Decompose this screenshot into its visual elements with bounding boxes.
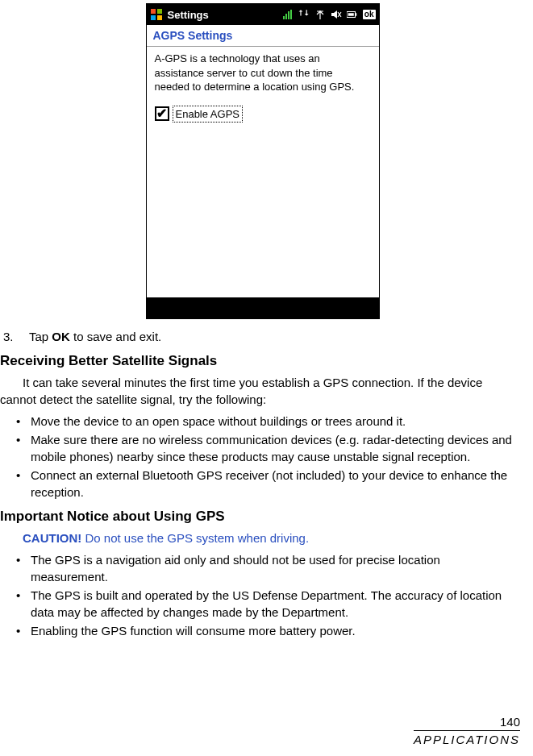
enable-agps-checkbox[interactable]: ✔ Enable AGPS: [155, 106, 371, 123]
svg-rect-9: [355, 13, 356, 16]
device-screenshot: Settings ok AGPS Settings A-GPS is a tec…: [146, 3, 380, 319]
step-text-pre: Tap: [29, 330, 52, 343]
list-item: The GPS is a navigation aid only and sho…: [16, 551, 514, 585]
section1-intro: It can take several minutes the first ti…: [0, 374, 514, 408]
svg-rect-2: [151, 15, 156, 20]
battery-icon: [347, 9, 358, 20]
svg-rect-3: [157, 15, 162, 20]
svg-rect-6: [288, 11, 289, 19]
step-text-post: to save and exit.: [70, 330, 161, 343]
list-item: Connect an external Bluetooth GPS receiv…: [16, 467, 514, 501]
svg-rect-10: [348, 13, 354, 16]
svg-rect-4: [283, 16, 285, 19]
heading-receiving-signals: Receiving Better Satellite Signals: [0, 353, 514, 369]
agps-settings-header: AGPS Settings: [147, 25, 379, 47]
step-text: Tap OK to save and exit.: [29, 329, 514, 345]
step-number: 3.: [0, 329, 29, 345]
antenna-icon: [314, 9, 326, 20]
list-item: Enabling the GPS function will consume m…: [16, 622, 514, 639]
step-3: 3. Tap OK to save and exit.: [0, 329, 514, 345]
windows-flag-icon: [150, 8, 163, 21]
caution-notice: CAUTION! Do not use the GPS system when …: [23, 531, 514, 545]
caution-label: CAUTION!: [23, 531, 81, 545]
footer-section-label: Applications: [414, 733, 520, 746]
statusbar-title: Settings: [168, 9, 209, 21]
heading-important-notice: Important Notice about Using GPS: [0, 509, 514, 525]
checkbox-label: Enable AGPS: [173, 106, 244, 123]
section1-bullets: Move the device to an open space without…: [0, 413, 514, 501]
signal-bars-icon: [282, 9, 294, 20]
page-footer: 140 Applications: [414, 715, 520, 746]
agps-description: A-GPS is a technology that uses an assis…: [155, 52, 371, 94]
svg-rect-7: [290, 10, 292, 19]
caution-text: Do not use the GPS system when driving.: [81, 531, 309, 545]
list-item: Make sure there are no wireless communic…: [16, 431, 514, 465]
device-bottombar: [147, 297, 379, 318]
svg-rect-1: [157, 9, 162, 14]
page-number: 140: [414, 715, 520, 731]
device-body: A-GPS is a technology that uses an assis…: [147, 47, 379, 127]
statusbar-icons: ok: [282, 9, 377, 20]
checkbox-check-icon: ✔: [155, 106, 169, 121]
svg-rect-5: [285, 14, 287, 19]
list-item: Move the device to an open space without…: [16, 413, 514, 430]
svg-rect-0: [151, 9, 156, 14]
network-arrows-icon: [298, 9, 310, 20]
section2-bullets: The GPS is a navigation aid only and sho…: [0, 551, 514, 639]
device-statusbar: Settings ok: [147, 4, 379, 25]
list-item: The GPS is built and operated by the US …: [16, 587, 514, 621]
step-text-bold: OK: [52, 330, 70, 343]
volume-mute-icon: [331, 9, 342, 20]
ok-button[interactable]: ok: [363, 10, 376, 19]
